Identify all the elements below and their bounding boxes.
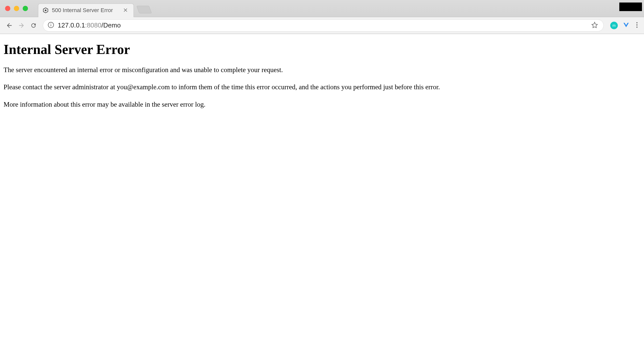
- url-host: 127.0.0.1: [58, 21, 85, 29]
- url-text: 127.0.0.1:8080/Demo: [58, 21, 587, 29]
- tab-close-button[interactable]: [122, 7, 128, 14]
- url-path: /Demo: [102, 21, 121, 29]
- browser-chrome: 500 Internal Server Error 127.0.0.1:8080…: [0, 0, 644, 34]
- svg-point-7: [636, 26, 638, 28]
- extension-icon-vue[interactable]: [622, 21, 630, 30]
- error-paragraph-1: The server encountered an internal error…: [4, 65, 640, 74]
- browser-tab[interactable]: 500 Internal Server Error: [38, 4, 134, 17]
- extension-icon-m[interactable]: m: [610, 21, 618, 30]
- window-minimize-button[interactable]: [14, 6, 19, 11]
- error-heading: Internal Server Error: [4, 42, 640, 57]
- address-bar[interactable]: 127.0.0.1:8080/Demo: [43, 19, 604, 32]
- reload-button[interactable]: [28, 20, 39, 31]
- svg-point-5: [636, 22, 638, 23]
- window-close-button[interactable]: [5, 6, 10, 11]
- window-controls: [0, 6, 28, 11]
- page-content: Internal Server Error The server encount…: [0, 34, 644, 121]
- site-info-icon[interactable]: [48, 22, 54, 29]
- browser-toolbar: 127.0.0.1:8080/Demo m: [0, 17, 644, 34]
- browser-menu-button[interactable]: [634, 20, 640, 31]
- window-maximize-button[interactable]: [23, 6, 28, 11]
- new-tab-button[interactable]: [137, 6, 152, 13]
- error-paragraph-3: More information about this error may be…: [4, 100, 640, 109]
- tab-title: 500 Internal Server Error: [52, 7, 113, 14]
- url-port: :8080: [85, 21, 101, 29]
- redacted-area: [619, 3, 642, 11]
- tab-favicon-icon: [42, 7, 49, 14]
- forward-button[interactable]: [16, 20, 27, 31]
- back-button[interactable]: [4, 20, 15, 31]
- svg-point-1: [45, 10, 47, 11]
- svg-rect-4: [51, 24, 51, 26]
- svg-point-3: [51, 23, 51, 24]
- svg-point-6: [636, 24, 638, 25]
- bookmark-star-icon[interactable]: [590, 21, 599, 30]
- error-paragraph-2: Please contact the server administrator …: [4, 82, 640, 92]
- tab-bar: 500 Internal Server Error: [0, 0, 644, 17]
